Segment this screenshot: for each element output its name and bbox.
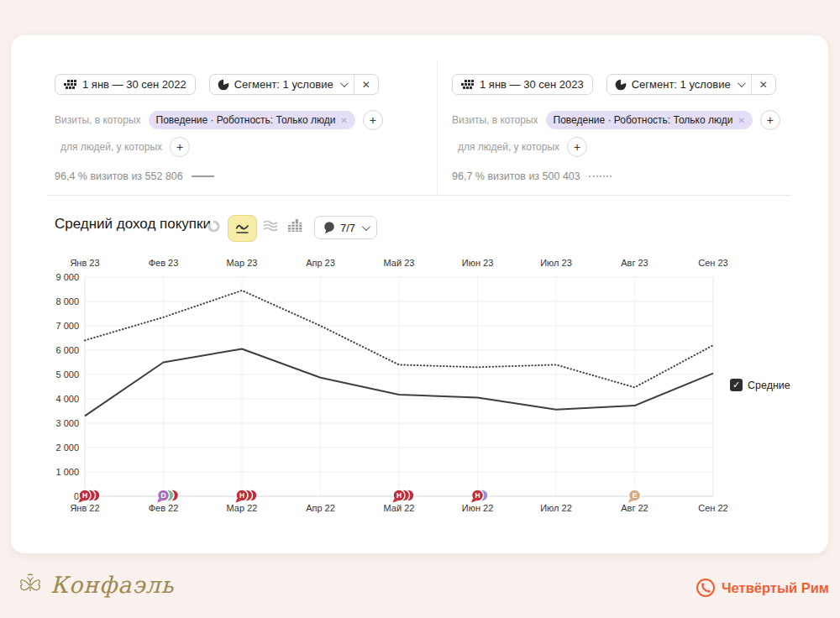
segment-button-2022[interactable]: Сегмент: 1 условие	[210, 75, 354, 94]
chart-title: Средний доход покупки	[55, 216, 211, 233]
brand-fourth-rome: Четвёртый Рим	[696, 578, 829, 598]
visits-stats-text: 96,7 % визитов из 500 403	[452, 170, 580, 182]
calendar-grid-icon	[64, 79, 76, 91]
annotation-marker[interactable]: Е	[628, 490, 641, 503]
chevron-down-icon	[738, 79, 746, 87]
segment-splitbutton-2022: Сегмент: 1 условие ✕	[209, 74, 379, 95]
visits-condition-label: Визиты, в которых	[55, 114, 141, 126]
dashboard-card: 1 янв — 30 сен 2022 Сегмент: 1 условие ✕…	[11, 35, 828, 553]
section-divider	[47, 195, 791, 196]
segment-remove-button-2023[interactable]: ✕	[751, 75, 775, 94]
brand-konfael: Конфаэль	[17, 571, 174, 598]
line-chart-icon	[235, 222, 249, 235]
add-people-condition-button[interactable]: +	[170, 137, 190, 157]
svg-text:0: 0	[74, 491, 79, 501]
annotations-dropdown-button[interactable]: 7/7	[314, 216, 377, 239]
svg-text:3 000: 3 000	[55, 418, 79, 428]
legend-average-toggle[interactable]: ✓ Средние	[730, 379, 790, 391]
svg-text:Мар 22: Мар 22	[227, 503, 258, 513]
revenue-comparison-chart: 01 0002 0003 0004 0005 0006 0007 0008 00…	[46, 252, 794, 521]
condition-chip-label: Поведение · Роботность: Только люди	[156, 114, 336, 126]
svg-text:4 000: 4 000	[55, 394, 79, 404]
svg-text:Янв 22: Янв 22	[70, 503, 99, 513]
legend-label: Средние	[748, 380, 790, 391]
condition-chip-robotness[interactable]: Поведение · Роботность: Только люди ✕	[149, 111, 355, 129]
svg-text:Авг 22: Авг 22	[621, 503, 648, 513]
svg-text:Апр 23: Апр 23	[306, 258, 335, 268]
svg-text:9 000: 9 000	[55, 272, 79, 282]
checkbox-checked-icon[interactable]: ✓	[730, 379, 743, 391]
visits-condition-label: Визиты, в которых	[452, 114, 538, 126]
segment-pie-icon	[218, 79, 229, 91]
chip-close-icon[interactable]: ✕	[738, 116, 744, 125]
add-visit-condition-button[interactable]: +	[760, 110, 780, 130]
condition-chip-label: Поведение · Роботность: Только люди	[554, 114, 733, 126]
stacked-area-icon	[262, 219, 279, 233]
svg-text:1 000: 1 000	[55, 467, 79, 477]
svg-text:7 000: 7 000	[55, 321, 79, 331]
annotation-marker[interactable]: D	[157, 490, 179, 503]
column-chart-view-button[interactable]	[287, 218, 302, 236]
svg-text:2 000: 2 000	[55, 443, 79, 453]
svg-text:D: D	[160, 491, 165, 500]
svg-text:6 000: 6 000	[55, 345, 79, 355]
annotation-marker[interactable]: Н	[471, 490, 488, 503]
svg-text:Авг 23: Авг 23	[621, 258, 648, 268]
annotation-marker[interactable]: Н	[79, 490, 101, 503]
segment-label: Сегмент: 1 условие	[234, 78, 333, 91]
chip-close-icon[interactable]: ✕	[340, 116, 347, 125]
segment-splitbutton-2023: Сегмент: 1 условие ✕	[606, 74, 776, 95]
area-chart-view-button[interactable]	[262, 219, 279, 236]
segment-remove-button-2022[interactable]: ✕	[354, 75, 378, 94]
svg-text:Н: Н	[396, 491, 402, 500]
line-chart-view-button[interactable]	[228, 215, 257, 242]
svg-text:Апр 22: Апр 22	[306, 503, 335, 513]
brand-fourth-rome-name: Четвёртый Рим	[722, 580, 829, 596]
brand-konfael-name: Конфаэль	[50, 572, 174, 598]
date-range-label: 1 янв — 30 сен 2023	[480, 78, 584, 91]
segment-label: Сегмент: 1 условие	[632, 78, 731, 91]
visits-stats-text: 96,4 % визитов из 552 806	[55, 170, 183, 182]
column-chart-icon	[287, 218, 302, 233]
calendar-grid-icon	[461, 79, 474, 91]
add-people-condition-button[interactable]: +	[567, 137, 587, 157]
svg-text:Июл 23: Июл 23	[540, 258, 572, 268]
annotation-marker[interactable]: Н	[236, 490, 258, 503]
svg-text:Июл 22: Июл 22	[540, 503, 572, 513]
people-condition-label: для людей, у которых	[458, 141, 559, 153]
date-range-label: 1 янв — 30 сен 2022	[82, 78, 186, 91]
butterfly-logo-icon	[17, 571, 44, 598]
add-visit-condition-button[interactable]: +	[363, 110, 383, 130]
svg-text:Июн 23: Июн 23	[462, 258, 494, 268]
phone-circle-logo-icon	[696, 578, 716, 598]
annotation-marker[interactable]: Н	[393, 490, 415, 503]
svg-text:Н: Н	[239, 491, 244, 500]
svg-text:5 000: 5 000	[55, 369, 79, 380]
svg-text:Мар 23: Мар 23	[227, 258, 258, 268]
svg-text:Май 23: Май 23	[384, 258, 415, 268]
svg-text:Н: Н	[475, 491, 480, 500]
svg-text:Сен 23: Сен 23	[698, 258, 727, 268]
date-range-button-2022[interactable]: 1 янв — 30 сен 2022	[55, 74, 196, 95]
panel-divider	[437, 60, 438, 195]
comment-bubble-icon	[323, 222, 335, 234]
donut-chart-icon	[207, 219, 221, 233]
condition-chip-robotness[interactable]: Поведение · Роботность: Только люди ✕	[546, 111, 753, 129]
segment-button-2023[interactable]: Сегмент: 1 условие	[607, 75, 751, 94]
svg-text:Янв 23: Янв 23	[70, 258, 99, 268]
svg-text:Май 22: Май 22	[384, 503, 415, 513]
people-condition-label: для людей, у которых	[60, 141, 162, 153]
svg-text:Н: Н	[82, 491, 87, 500]
segment-pie-icon	[615, 79, 627, 91]
series-line-sample-dotted	[589, 175, 612, 177]
annotations-counter: 7/7	[340, 222, 355, 234]
svg-text:Фев 23: Фев 23	[149, 258, 179, 268]
svg-text:Е: Е	[633, 491, 638, 500]
pie-chart-view-button[interactable]	[207, 219, 221, 237]
chevron-down-icon	[340, 79, 349, 87]
svg-text:Фев 22: Фев 22	[149, 503, 179, 513]
series-line-sample-solid	[192, 175, 214, 177]
date-range-button-2023[interactable]: 1 янв — 30 сен 2023	[452, 74, 593, 95]
svg-text:Июн 22: Июн 22	[462, 503, 494, 513]
svg-text:Сен 22: Сен 22	[698, 503, 727, 513]
